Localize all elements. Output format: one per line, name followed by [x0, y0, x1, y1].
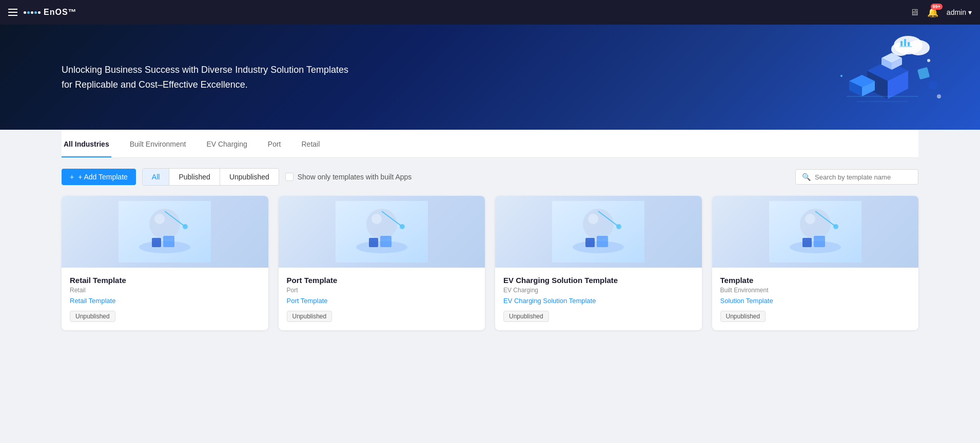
- cards-grid: Retail Template Retail Retail Template U…: [62, 196, 918, 351]
- svg-point-24: [149, 209, 180, 239]
- show-apps-label[interactable]: Show only templates with built Apps: [285, 173, 412, 181]
- svg-point-38: [400, 224, 405, 229]
- svg-rect-3: [900, 41, 903, 46]
- hamburger-menu[interactable]: [8, 9, 17, 16]
- svg-point-49: [805, 214, 815, 224]
- card-subtitle-retail: Retail Template: [70, 297, 260, 305]
- card-title-port: Port Template: [287, 276, 477, 285]
- card-title-ev: EV Charging Solution Template: [503, 276, 694, 285]
- main-content: All Industries Built Environment EV Char…: [0, 130, 980, 351]
- logo-text: EnOS™: [44, 8, 77, 17]
- chevron-down-icon: ▾: [968, 8, 972, 16]
- svg-rect-28: [163, 236, 174, 247]
- card-subtitle-ev: EV Charging Solution Template: [503, 297, 694, 305]
- hero-title: Unlocking Business Success with Diverse …: [62, 63, 359, 92]
- card-body-built-env: Template Built Environment Solution Temp…: [712, 268, 919, 330]
- hero-text: Unlocking Business Success with Diverse …: [62, 63, 359, 92]
- admin-menu[interactable]: admin ▾: [947, 8, 972, 16]
- plus-icon: +: [70, 173, 74, 181]
- svg-point-48: [800, 209, 831, 239]
- svg-rect-35: [369, 238, 378, 247]
- svg-point-22: [937, 94, 941, 98]
- card-badge-port: Unpublished: [287, 311, 332, 322]
- tab-built-environment[interactable]: Built Environment: [128, 132, 188, 157]
- svg-point-21: [840, 75, 842, 77]
- card-subtitle-built-env: Solution Template: [720, 297, 911, 305]
- add-template-label: + Add Template: [78, 173, 128, 181]
- card-badge-built-env: Unpublished: [720, 311, 766, 322]
- card-category-retail: Retail: [70, 287, 260, 294]
- topnav-right: 🖥 🔔 99+ admin ▾: [910, 7, 972, 18]
- tab-ev-charging[interactable]: EV Charging: [204, 132, 249, 157]
- logo-dot-1: [24, 11, 26, 14]
- filter-bar: + + Add Template All Published Unpublish…: [62, 158, 918, 196]
- card-port-template[interactable]: Port Template Port Port Template Unpubli…: [279, 196, 485, 330]
- svg-point-33: [371, 214, 382, 224]
- card-title-retail: Retail Template: [70, 276, 260, 285]
- filter-all-button[interactable]: All: [143, 169, 170, 185]
- hero-graphic: [806, 30, 949, 119]
- card-illustration-retail: [119, 201, 211, 263]
- notification-button[interactable]: 🔔 99+: [927, 7, 938, 18]
- svg-point-20: [927, 59, 930, 62]
- filter-toggle-group: All Published Unpublished: [142, 168, 279, 186]
- card-body-port: Port Template Port Port Template Unpubli…: [279, 268, 485, 330]
- card-image-port: [279, 196, 485, 268]
- tab-all-industries[interactable]: All Industries: [62, 132, 111, 157]
- card-built-env-template[interactable]: Template Built Environment Solution Temp…: [712, 196, 919, 330]
- filter-published-button[interactable]: Published: [169, 169, 220, 185]
- card-ev-charging-template[interactable]: EV Charging Solution Template EV Chargin…: [495, 196, 702, 330]
- card-illustration-port: [336, 201, 428, 263]
- card-subtitle-port: Port Template: [287, 297, 477, 305]
- search-box: 🔍: [795, 169, 918, 185]
- topnav-left: EnOS™: [8, 8, 77, 17]
- monitor-icon[interactable]: 🖥: [910, 7, 919, 18]
- svg-point-25: [154, 214, 165, 224]
- search-input[interactable]: [815, 173, 912, 181]
- svg-rect-5: [908, 42, 910, 46]
- card-category-port: Port: [287, 287, 477, 294]
- card-category-built-env: Built Environment: [720, 287, 911, 294]
- svg-rect-52: [814, 236, 825, 247]
- logo: EnOS™: [24, 8, 77, 17]
- card-category-ev: EV Charging: [503, 287, 694, 294]
- card-image-built-env: [712, 196, 919, 268]
- tab-retail[interactable]: Retail: [299, 132, 322, 157]
- tabs-bar: All Industries Built Environment EV Char…: [62, 130, 918, 158]
- card-image-ev: [495, 196, 702, 268]
- card-illustration-built-env: [769, 201, 861, 263]
- svg-point-40: [583, 209, 614, 239]
- svg-point-1: [907, 40, 930, 55]
- svg-rect-17: [928, 80, 938, 90]
- card-body-ev: EV Charging Solution Template EV Chargin…: [495, 268, 702, 330]
- logo-dot-3: [31, 11, 33, 14]
- svg-rect-4: [904, 39, 906, 46]
- svg-point-32: [366, 209, 397, 239]
- logo-dots: [24, 11, 41, 14]
- admin-label: admin: [947, 8, 966, 16]
- card-title-built-env: Template: [720, 276, 911, 285]
- svg-point-46: [616, 224, 621, 229]
- add-template-button[interactable]: + + Add Template: [62, 169, 136, 185]
- hero-banner: Unlocking Business Success with Diverse …: [0, 25, 980, 130]
- svg-rect-16: [917, 67, 930, 79]
- notification-badge: 99+: [931, 4, 943, 10]
- svg-point-54: [833, 224, 838, 229]
- svg-rect-43: [585, 238, 595, 247]
- filter-unpublished-button[interactable]: Unpublished: [220, 169, 279, 185]
- card-image-retail: [62, 196, 268, 268]
- logo-dot-5: [38, 11, 41, 14]
- logo-dot-2: [27, 11, 30, 14]
- svg-rect-51: [802, 238, 812, 247]
- svg-rect-44: [597, 236, 608, 247]
- svg-point-41: [588, 214, 598, 224]
- show-apps-checkbox[interactable]: [285, 173, 293, 181]
- card-badge-ev: Unpublished: [503, 311, 549, 322]
- tab-port[interactable]: Port: [266, 132, 283, 157]
- card-badge-retail: Unpublished: [70, 311, 115, 322]
- svg-rect-36: [380, 236, 391, 247]
- card-retail-template[interactable]: Retail Template Retail Retail Template U…: [62, 196, 268, 330]
- show-apps-text: Show only templates with built Apps: [298, 173, 412, 181]
- search-icon: 🔍: [802, 173, 811, 181]
- card-body-retail: Retail Template Retail Retail Template U…: [62, 268, 268, 330]
